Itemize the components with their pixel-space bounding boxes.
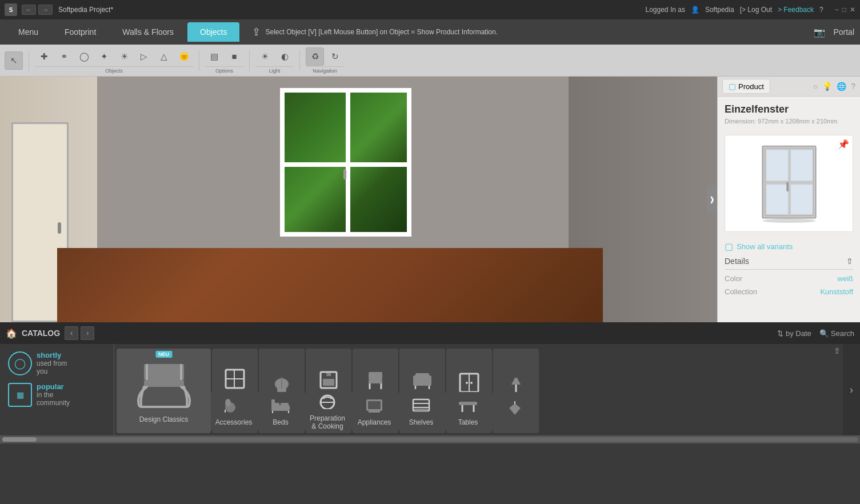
viewport[interactable]	[0, 77, 717, 322]
collection-label: Collection	[725, 287, 757, 296]
portal-link[interactable]: Portal	[833, 27, 854, 37]
svg-point-31	[466, 382, 468, 384]
nav-tool-2[interactable]: ↻	[326, 47, 344, 66]
right-panel: ▢ Product ○ 💡 🌐 ? Einzelfenster Dimensio…	[717, 77, 860, 322]
appliances-icon	[364, 397, 385, 417]
popular-sub1: in the	[37, 391, 70, 399]
collection-value[interactable]: Kunststoff	[820, 287, 853, 296]
window-divider-vertical	[346, 93, 350, 232]
toolbar-light-group: ☀ ◐ Light	[255, 47, 294, 74]
window-nav[interactable]: ← →	[22, 5, 53, 15]
show-variants-label: Show all variants	[737, 242, 793, 251]
search-label: Search	[831, 329, 854, 338]
object-tool-4[interactable]: ✦	[95, 47, 113, 66]
product-dimension: Dimension: 972mm x 1208mm x 210mm	[718, 118, 860, 130]
options-tool-1[interactable]: ▤	[205, 47, 223, 66]
tab-walls[interactable]: Walls & Floors	[110, 22, 186, 42]
object-tool-6[interactable]: ▷	[135, 47, 153, 66]
catalog-home-icon[interactable]: 🏠	[6, 328, 17, 339]
catalog-next-arrow[interactable]: ›	[843, 344, 860, 435]
catalog-sidebar: ◯ shortly used from you ▦ popular in the…	[0, 344, 114, 435]
details-collapse-icon[interactable]: ⇧	[846, 257, 853, 266]
object-tool-5[interactable]: ☀	[115, 47, 133, 66]
panel-bulb-icon[interactable]: 💡	[822, 82, 832, 91]
toolbar-objects-group: ✚ ⚭ ◯ ✦ ☀ ▷ △ 🌞 Objects	[35, 47, 193, 74]
collection-row: Collection Kunststoff	[725, 287, 853, 296]
details-section: Details ⇧ Color weiß Collection Kunststo…	[718, 257, 860, 301]
select-tool-icon[interactable]: ↖	[5, 51, 23, 70]
panel-circle-icon[interactable]: ○	[813, 82, 818, 91]
svg-point-32	[470, 382, 473, 384]
minimize-button[interactable]: −	[835, 6, 839, 14]
catalog-search-button[interactable]: 🔍 Search	[819, 329, 854, 338]
camera-icon[interactable]: 📷	[814, 27, 825, 38]
shelves-label: Shelves	[406, 418, 437, 426]
sort-icon: ⇅	[777, 329, 783, 338]
toolbar-options-group: ▤ ■ Options	[205, 47, 243, 74]
maximize-button[interactable]: □	[842, 6, 846, 14]
tab-menu[interactable]: Menu	[6, 22, 51, 42]
object-tool-2[interactable]: ⚭	[55, 47, 73, 66]
tab-product[interactable]: ▢ Product	[722, 79, 770, 94]
svg-rect-54	[459, 402, 477, 405]
object-tool-8[interactable]: 🌞	[175, 47, 193, 66]
preparation-icon	[317, 393, 338, 413]
catalog-next-button[interactable]: ›	[81, 326, 94, 340]
svg-rect-42	[271, 399, 275, 405]
design-classics-image	[130, 358, 198, 415]
catalog-item-design-classics[interactable]: NEU	[117, 349, 211, 433]
light-tool-1[interactable]: ☀	[255, 47, 274, 66]
options-tool-2[interactable]: ■	[225, 47, 243, 66]
catalog-item-appliances[interactable]: Appliances	[351, 392, 397, 431]
tab-footprint[interactable]: Footprint	[52, 22, 109, 42]
lamp-diamond-icon	[505, 401, 525, 421]
object-tool-3[interactable]: ◯	[75, 47, 93, 66]
toolbar-separator-2	[199, 50, 199, 71]
close-button[interactable]: ✕	[850, 6, 855, 14]
recently-sub2: you	[37, 367, 67, 375]
catalog-item-lamp-diamond[interactable]	[492, 392, 538, 431]
panel-help-icon[interactable]: ?	[851, 82, 855, 91]
panel-globe-icon[interactable]: 🌐	[837, 82, 846, 91]
catalog-prev-button[interactable]: ‹	[65, 326, 78, 340]
object-tool-1[interactable]: ✚	[35, 47, 53, 66]
light-tool-2[interactable]: ◐	[275, 47, 294, 66]
pin-icon: 📌	[838, 139, 849, 150]
horizontal-scrollbar[interactable]	[0, 435, 860, 443]
catalog-item-shelves[interactable]: Shelves	[398, 392, 444, 431]
svg-rect-9	[144, 364, 184, 380]
scroll-thumb[interactable]	[2, 437, 37, 442]
svg-rect-41	[281, 403, 289, 406]
search-icon: 🔍	[819, 329, 829, 338]
object-tool-7[interactable]: △	[155, 47, 173, 66]
popular-icon: ▦	[8, 383, 32, 407]
help-button[interactable]: ?	[819, 6, 823, 14]
user-icon: 👤	[691, 6, 699, 14]
sidebar-recently-used[interactable]: ◯ shortly used from you	[6, 349, 108, 378]
nav-tool-1[interactable]: ♻	[306, 47, 324, 66]
cursor-icon: ⇪	[252, 26, 261, 38]
catalog-item-accessories[interactable]: Accessories	[211, 392, 257, 431]
product-image-area: 📌	[725, 135, 853, 232]
back-button[interactable]: ←	[22, 5, 36, 15]
catalog-item-tables[interactable]: Tables	[445, 392, 491, 431]
panel-collapse-handle[interactable]: ❱	[707, 185, 717, 214]
feedback-link[interactable]: > Feedback	[778, 6, 814, 14]
toolbar-separator-4	[299, 50, 300, 71]
sidebar-popular[interactable]: ▦ popular in the community	[6, 380, 108, 409]
topnav-right-icons: 📷 Portal	[814, 27, 854, 38]
show-variants-button[interactable]: ▢ Show all variants	[718, 237, 860, 257]
catalog-expand-button[interactable]: ⇧	[834, 346, 841, 355]
tab-objects[interactable]: Objects	[187, 22, 239, 42]
forward-button[interactable]: →	[38, 5, 53, 15]
color-value[interactable]: weiß	[838, 274, 853, 283]
catalog-item-beds[interactable]: Beds	[258, 392, 303, 431]
product-image	[755, 143, 823, 223]
catalog-sort-button[interactable]: ⇅ by Date	[777, 329, 811, 338]
catalog-navigation: ‹ ›	[65, 326, 94, 340]
catalog-item-preparation[interactable]: Preparation & Cooking	[305, 392, 350, 431]
window-title: Softpedia Project*	[58, 6, 646, 14]
popular-label: popular	[37, 382, 70, 391]
logout-link[interactable]: [> Log Out	[740, 6, 772, 14]
beds-icon	[270, 397, 291, 417]
